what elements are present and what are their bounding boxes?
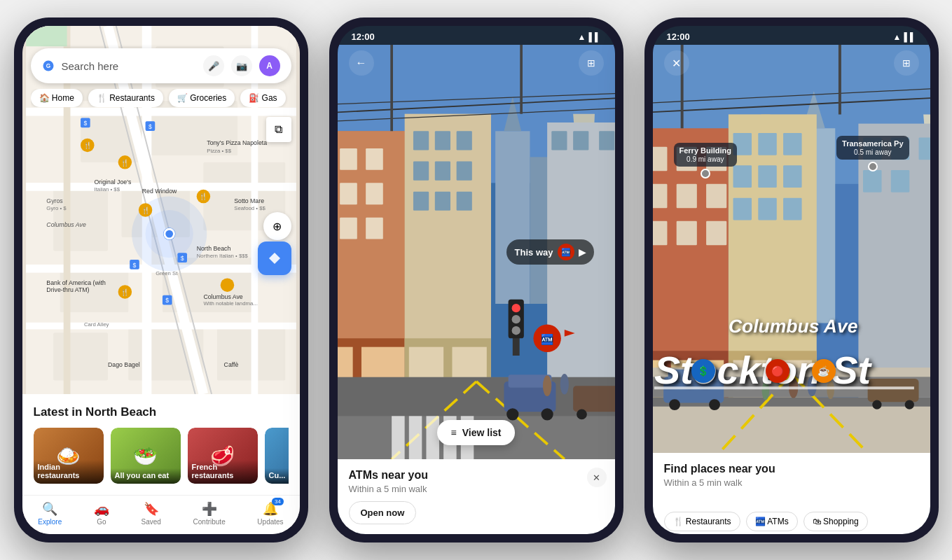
status-icons-3: ▲ ▌▌ bbox=[893, 32, 916, 42]
nav-contribute-label: Contribute bbox=[193, 518, 226, 526]
svg-rect-122 bbox=[426, 416, 439, 459]
time-3: 12:00 bbox=[667, 31, 690, 42]
svg-point-134 bbox=[511, 326, 520, 335]
svg-rect-167 bbox=[676, 221, 696, 245]
svg-rect-194 bbox=[653, 407, 930, 453]
place-card-allcaneat[interactable]: 🥗 All you can eat bbox=[111, 428, 181, 484]
search-placeholder: Search here bbox=[62, 60, 196, 72]
svg-point-208 bbox=[904, 400, 913, 409]
info-card-subtitle-2: Within a 5 min walk bbox=[349, 484, 604, 494]
svg-rect-158 bbox=[653, 147, 667, 171]
signal-icon-3: ▌▌ bbox=[904, 32, 916, 42]
svg-point-40 bbox=[220, 278, 233, 291]
svg-rect-104 bbox=[413, 192, 428, 211]
street-view-3[interactable]: Columbus Ave Stockton St ✕ ⊞ Ferry Build… bbox=[653, 45, 930, 453]
ferry-building-dot bbox=[701, 169, 710, 178]
svg-rect-77 bbox=[495, 131, 530, 304]
svg-text:Red Window: Red Window bbox=[142, 188, 177, 195]
direction-text: This way bbox=[515, 247, 553, 258]
svg-point-29 bbox=[164, 229, 174, 239]
svg-rect-100 bbox=[456, 131, 471, 150]
svg-text:Card Alley: Card Alley bbox=[83, 321, 109, 328]
camera-icon[interactable]: 📷 bbox=[231, 55, 252, 76]
svg-rect-10 bbox=[53, 332, 108, 380]
chip-restaurants[interactable]: 🍴 Restaurants bbox=[88, 89, 163, 107]
transamerica-dot bbox=[868, 162, 878, 172]
atm-pin-indicator: 🏧 bbox=[558, 244, 574, 260]
svg-point-205 bbox=[709, 399, 720, 410]
svg-rect-112 bbox=[573, 131, 588, 150]
filter-chips-3: 🍴 Restaurants 🏧 ATMs 🛍 Shopping bbox=[653, 505, 930, 534]
place-card-french[interactable]: 🥩 French restaurants bbox=[188, 428, 258, 484]
signal-icon-2: ▌▌ bbox=[588, 32, 600, 42]
svg-rect-111 bbox=[551, 131, 567, 150]
close-card-button[interactable]: ✕ bbox=[587, 468, 607, 487]
place-card-other[interactable]: 🍜 Cu... bbox=[265, 428, 289, 484]
nav-updates[interactable]: 🔔 34 Updates bbox=[257, 501, 283, 526]
svg-text:$: $ bbox=[148, 123, 151, 130]
svg-text:Gyros: Gyros bbox=[46, 197, 63, 204]
svg-rect-206 bbox=[867, 379, 918, 402]
map-area[interactable]: 🍴 🍴 🍴 🍴 🍴 $ $ $ $ bbox=[22, 26, 300, 394]
street-view-2[interactable]: 🏧 ← ⊞ This way 🏧 ▶ ≡ View list bbox=[338, 45, 615, 459]
wifi-icon-3: ▲ bbox=[893, 32, 902, 42]
svg-text:Green St: Green St bbox=[156, 270, 178, 276]
phone-2: 12:00 ▲ ▌▌ bbox=[329, 18, 623, 542]
ar-navigation-button[interactable] bbox=[258, 241, 291, 275]
svg-text:$: $ bbox=[180, 255, 184, 262]
svg-rect-93 bbox=[366, 218, 383, 239]
back-button-2[interactable]: ← bbox=[349, 50, 374, 76]
nav-contribute[interactable]: ➕ Contribute bbox=[193, 501, 226, 526]
layers-button[interactable]: ⧉ bbox=[266, 117, 291, 142]
svg-rect-139 bbox=[573, 386, 615, 412]
chip-gas[interactable]: ⛽ Gas bbox=[240, 89, 285, 107]
nav-go-label: Go bbox=[97, 518, 106, 526]
contribute-icon: ➕ bbox=[202, 501, 217, 517]
info-card-2: ATMs near you Within a 5 min walk Open n… bbox=[338, 459, 615, 534]
chip-atms-3[interactable]: 🏧 ATMs bbox=[746, 512, 798, 531]
chip-restaurants-3[interactable]: 🍴 Restaurants bbox=[664, 512, 740, 531]
info-card-subtitle-3: Within a 5 min walk bbox=[664, 477, 919, 488]
svg-rect-23 bbox=[26, 26, 67, 46]
close-button-3[interactable]: ✕ bbox=[664, 50, 689, 76]
ferry-building-label: Ferry Building0.9 mi away bbox=[674, 143, 738, 167]
view-list-label: View list bbox=[462, 427, 502, 438]
list-icon: ≡ bbox=[451, 427, 457, 438]
street-topbar-3: ✕ ⊞ bbox=[653, 45, 930, 81]
chip-shopping-3[interactable]: 🛍 Shopping bbox=[803, 512, 868, 531]
svg-point-138 bbox=[541, 408, 553, 420]
menu-button-3[interactable]: ⊞ bbox=[894, 50, 919, 76]
svg-text:Drive-thru ATM): Drive-thru ATM) bbox=[46, 286, 89, 293]
svg-text:Original Joe's: Original Joe's bbox=[94, 178, 131, 186]
place-card-indian[interactable]: 🍛 Indian restaurants bbox=[34, 428, 104, 484]
open-now-button[interactable]: Open now bbox=[349, 501, 417, 524]
diamond-icon bbox=[266, 250, 283, 267]
nav-go[interactable]: 🚗 Go bbox=[94, 501, 109, 526]
nav-updates-label: Updates bbox=[257, 518, 283, 526]
record-pin-3: 🔴 bbox=[766, 359, 789, 383]
filter-chips: 🏠 Home 🍴 Restaurants 🛒 Groceries ⛽ Gas bbox=[31, 89, 300, 107]
svg-text:$: $ bbox=[132, 262, 136, 269]
location-button[interactable]: ⊕ bbox=[263, 212, 291, 240]
svg-rect-175 bbox=[783, 133, 802, 155]
svg-rect-180 bbox=[758, 198, 777, 220]
nav-saved[interactable]: 🔖 Saved bbox=[142, 501, 161, 526]
svg-text:Northern Italian • $$$: Northern Italian • $$$ bbox=[196, 253, 248, 259]
microphone-icon[interactable]: 🎤 bbox=[203, 55, 224, 76]
phone-3: 12:00 ▲ ▌▌ bbox=[644, 18, 939, 542]
svg-rect-106 bbox=[456, 192, 471, 211]
svg-text:Tony's Pizza Napoleta: Tony's Pizza Napoleta bbox=[207, 139, 267, 146]
svg-rect-99 bbox=[434, 131, 450, 150]
svg-rect-166 bbox=[653, 221, 667, 245]
time-2: 12:00 bbox=[352, 31, 375, 42]
chip-groceries[interactable]: 🛒 Groceries bbox=[169, 89, 235, 107]
svg-marker-74 bbox=[269, 253, 280, 264]
nav-explore[interactable]: 🔍 Explore bbox=[38, 501, 62, 526]
info-card-title-3: Find places near you bbox=[664, 463, 919, 475]
view-list-button[interactable]: ≡ View list bbox=[437, 420, 516, 445]
menu-button-2[interactable]: ⊞ bbox=[579, 50, 604, 76]
user-avatar[interactable]: A bbox=[259, 55, 280, 76]
chip-home[interactable]: 🏠 Home bbox=[31, 89, 83, 107]
search-bar[interactable]: G Search here 🎤 📷 A bbox=[31, 48, 291, 83]
transamerica-poi: Transamerica Py0.5 mi away bbox=[836, 136, 909, 174]
